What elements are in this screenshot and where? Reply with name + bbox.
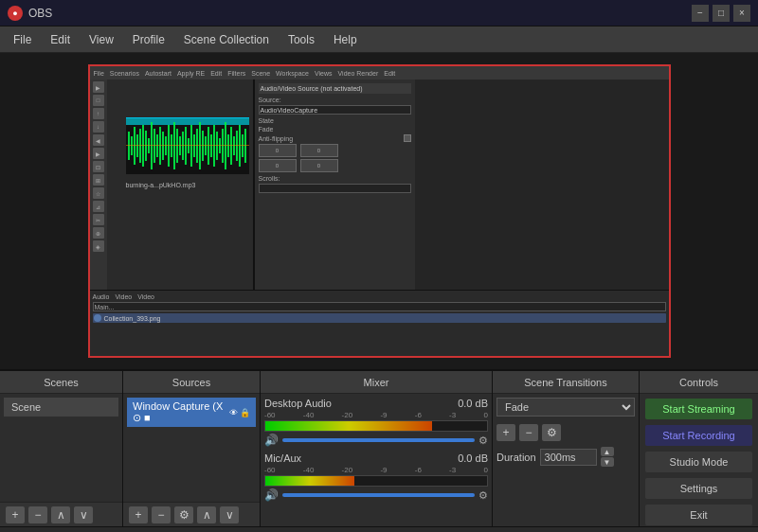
scene-remove-button[interactable]: − bbox=[28, 506, 47, 523]
close-button[interactable]: × bbox=[733, 5, 750, 22]
transitions-panel-content: Fade Cut + − ⚙ Duration ▲ ▼ bbox=[493, 394, 639, 526]
duration-spinners: ▲ ▼ bbox=[601, 447, 614, 467]
transition-add-button[interactable]: + bbox=[496, 424, 515, 441]
obs-inner-preview: File Scenarios Autostart Apply RE Edit F… bbox=[90, 66, 669, 356]
mixer-mic-bar-labels: -60 -40 -20 -9 -6 -3 0 bbox=[264, 466, 488, 474]
inner-toolbar-btn-1: ▶ bbox=[93, 81, 104, 93]
source-add-button[interactable]: + bbox=[129, 506, 148, 523]
source-item-label: Window Capture (X ⊙ ■ bbox=[133, 400, 226, 424]
obs-inner-content: ▶ □ ↑ ↓ ◀ ▶ ⊡ ⊞ ☆ ⊿ ✂ ⊕ ◈ bbox=[90, 80, 669, 356]
settings-button[interactable]: Settings bbox=[645, 478, 752, 499]
inner-toolbar-btn-5: ◀ bbox=[93, 134, 104, 146]
mixer-desktop-db: 0.0 dB bbox=[458, 398, 488, 409]
scene-add-button[interactable]: + bbox=[6, 506, 25, 523]
window-controls: − □ × bbox=[692, 5, 750, 22]
transition-remove-button[interactable]: − bbox=[519, 424, 538, 441]
mixer-desktop-controls: 🔊 ⚙ bbox=[264, 434, 488, 447]
mixer-desktop-gear-icon[interactable]: ⚙ bbox=[478, 434, 488, 447]
mixer-channel-desktop-header: Desktop Audio 0.0 dB bbox=[264, 398, 488, 409]
mixer-desktop-bar-labels: -60 -40 -20 -9 -6 -3 0 bbox=[264, 411, 488, 419]
mixer-mic-gear-icon[interactable]: ⚙ bbox=[478, 489, 488, 502]
window-title: OBS bbox=[28, 7, 52, 20]
menu-tools[interactable]: Tools bbox=[279, 29, 324, 50]
status-bar: LIVE: 00:00:00 REC: 00:00:00 CPU: 1.6%, … bbox=[0, 526, 758, 532]
mixer-desktop-slider[interactable] bbox=[282, 438, 475, 442]
source-down-button[interactable]: ∨ bbox=[220, 506, 239, 523]
menu-edit[interactable]: Edit bbox=[41, 29, 80, 50]
sources-panel-header: Sources bbox=[123, 371, 260, 394]
svg-rect-45 bbox=[126, 145, 249, 146]
transitions-panel: Scene Transitions Fade Cut + − ⚙ Duratio… bbox=[493, 371, 640, 526]
transition-select[interactable]: Fade Cut bbox=[496, 398, 635, 417]
obs-inner-source-item: Collection_393.png bbox=[93, 313, 666, 323]
mixer-mic-bar bbox=[264, 475, 488, 487]
menu-bar: File Edit View Profile Scene Collection … bbox=[0, 27, 758, 53]
transition-add-remove: + − ⚙ bbox=[496, 424, 635, 441]
waveform-svg bbox=[126, 117, 249, 174]
start-streaming-button[interactable]: Start Streaming bbox=[645, 399, 752, 419]
scenes-panel-footer: + − ∧ ∨ bbox=[0, 502, 122, 526]
source-settings-button[interactable]: ⚙ bbox=[174, 506, 193, 523]
inner-toolbar-btn-9: ☆ bbox=[93, 187, 104, 199]
source-remove-button[interactable]: − bbox=[152, 506, 171, 523]
preview-canvas[interactable]: File Scenarios Autostart Apply RE Edit F… bbox=[88, 64, 671, 358]
scene-up-button[interactable]: ∧ bbox=[51, 506, 70, 523]
inner-toolbar-btn-7: ⊡ bbox=[93, 161, 104, 172]
scene-down-button[interactable]: ∨ bbox=[74, 506, 93, 523]
minimize-button[interactable]: − bbox=[692, 5, 709, 22]
bottom-panels: Scenes Scene + − ∧ ∨ Sources Window Capt… bbox=[0, 370, 758, 526]
inner-toolbar-btn-10: ⊿ bbox=[93, 201, 104, 212]
scenes-panel-header: Scenes bbox=[0, 371, 122, 394]
menu-help[interactable]: Help bbox=[324, 29, 367, 50]
mixer-desktop-bar bbox=[264, 420, 488, 432]
mixer-panel: Mixer Desktop Audio 0.0 dB -60 -40 -20 -… bbox=[261, 371, 493, 526]
source-eye-icon: 👁 bbox=[229, 408, 238, 417]
sources-panel-content: Window Capture (X ⊙ ■ 👁 🔒 bbox=[123, 394, 260, 502]
inner-toolbar-btn-2: □ bbox=[93, 95, 104, 106]
exit-button[interactable]: Exit bbox=[645, 505, 752, 525]
source-up-button[interactable]: ∧ bbox=[197, 506, 216, 523]
menu-scene-collection[interactable]: Scene Collection bbox=[174, 29, 279, 50]
scenes-panel: Scenes Scene + − ∧ ∨ bbox=[0, 371, 123, 526]
transition-settings-button[interactable]: ⚙ bbox=[542, 424, 561, 441]
menu-profile[interactable]: Profile bbox=[123, 29, 174, 50]
obs-inner-menubar: File Scenarios Autostart Apply RE Edit F… bbox=[90, 66, 669, 80]
svg-rect-2 bbox=[126, 117, 249, 125]
mp3-filename-label: burning-a...pUkHO.mp3 bbox=[126, 182, 196, 188]
sources-panel-footer: + − ⚙ ∧ ∨ bbox=[123, 502, 260, 526]
mixer-desktop-level bbox=[265, 421, 432, 431]
menu-file[interactable]: File bbox=[4, 29, 41, 50]
mixer-panel-content: Desktop Audio 0.0 dB -60 -40 -20 -9 -6 -… bbox=[261, 394, 492, 526]
title-bar-left: ● OBS bbox=[8, 6, 52, 21]
controls-panel: Controls Start Streaming Start Recording… bbox=[640, 371, 758, 526]
inner-toolbar-btn-13: ◈ bbox=[93, 240, 104, 252]
mixer-mic-controls: 🔊 ⚙ bbox=[264, 488, 488, 502]
obs-source-icon bbox=[94, 314, 101, 322]
source-item-icons: 👁 🔒 bbox=[229, 408, 250, 417]
controls-panel-content: Start Streaming Start Recording Studio M… bbox=[640, 394, 758, 526]
duration-up-button[interactable]: ▲ bbox=[601, 447, 614, 456]
mixer-mic-volume-icon[interactable]: 🔊 bbox=[264, 488, 279, 502]
scenes-panel-content: Scene bbox=[0, 394, 122, 502]
mixer-desktop-label: Desktop Audio bbox=[264, 398, 332, 409]
sources-panel: Sources Window Capture (X ⊙ ■ 👁 🔒 + − ⚙ … bbox=[123, 371, 261, 526]
obs-inner-sources: Audio Video Video Main... Collection_393… bbox=[90, 290, 669, 356]
inner-toolbar-btn-4: ↓ bbox=[93, 121, 104, 133]
scene-item[interactable]: Scene bbox=[4, 398, 118, 417]
inner-toolbar-btn-3: ↑ bbox=[93, 108, 104, 119]
source-item[interactable]: Window Capture (X ⊙ ■ 👁 🔒 bbox=[127, 398, 256, 427]
mixer-mic-slider[interactable] bbox=[282, 493, 475, 497]
obs-right-header: Audio/Video Source (not activated) bbox=[259, 83, 411, 94]
duration-input[interactable] bbox=[540, 449, 597, 466]
mixer-panel-header: Mixer bbox=[261, 371, 492, 394]
duration-down-button[interactable]: ▼ bbox=[601, 457, 614, 467]
menu-view[interactable]: View bbox=[80, 29, 123, 50]
mixer-mic-label: Mic/Aux bbox=[264, 452, 301, 464]
mixer-channel-desktop: Desktop Audio 0.0 dB -60 -40 -20 -9 -6 -… bbox=[264, 398, 488, 447]
maximize-button[interactable]: □ bbox=[713, 5, 730, 22]
inner-toolbar-btn-12: ⊕ bbox=[93, 227, 104, 239]
inner-toolbar-btn-8: ⊞ bbox=[93, 174, 104, 186]
start-recording-button[interactable]: Start Recording bbox=[645, 425, 752, 446]
mixer-desktop-volume-icon[interactable]: 🔊 bbox=[264, 434, 279, 447]
studio-mode-button[interactable]: Studio Mode bbox=[645, 452, 752, 472]
